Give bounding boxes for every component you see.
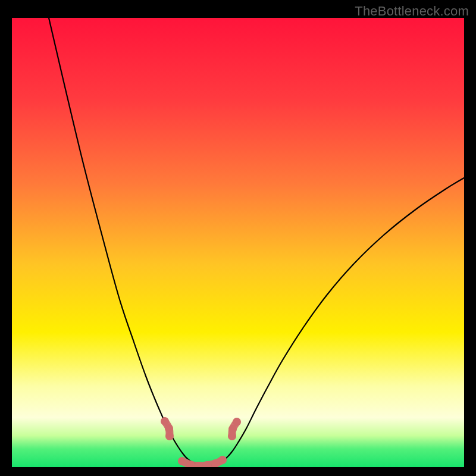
plot-area [12, 18, 464, 467]
attribution-label: TheBottleneck.com [355, 4, 469, 19]
gradient-background [12, 18, 464, 467]
markers-left-cluster-point [165, 432, 174, 440]
chart-svg [12, 18, 464, 467]
markers-left-cluster-point [165, 424, 173, 433]
chart-frame: TheBottleneck.com [0, 0, 476, 476]
markers-right-cluster-point [233, 418, 241, 426]
markers-left-cluster-point [161, 417, 169, 425]
markers-minimum-cluster-point [218, 456, 227, 464]
markers-minimum-cluster-point [178, 457, 186, 465]
markers-right-cluster-point [228, 432, 236, 440]
markers-right-cluster-point [228, 425, 237, 433]
